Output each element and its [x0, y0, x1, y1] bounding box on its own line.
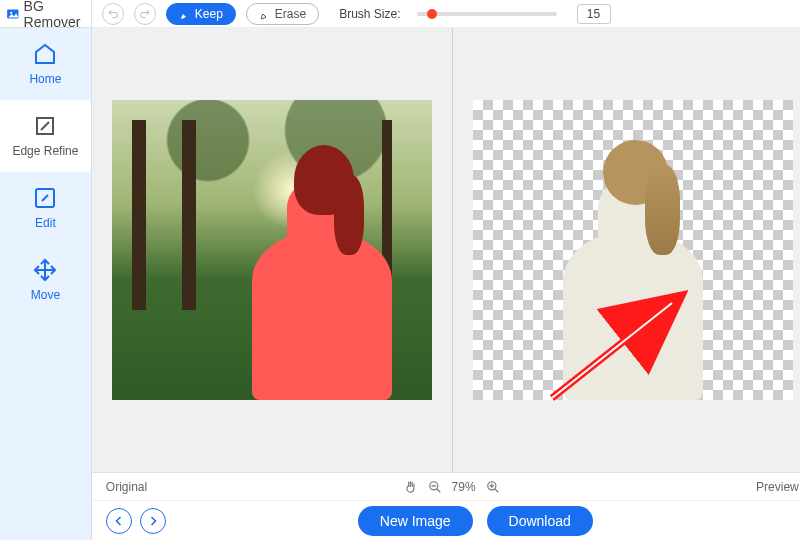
download-button[interactable]: Download — [487, 506, 593, 536]
erase-button[interactable]: Erase — [246, 3, 319, 25]
prev-image-button[interactable] — [106, 508, 132, 534]
svg-point-1 — [10, 11, 12, 13]
brush-size-value[interactable]: 15 — [577, 4, 611, 24]
redo-button[interactable] — [134, 3, 156, 25]
original-image — [112, 100, 432, 400]
cutout-subject — [563, 160, 703, 400]
undo-button[interactable] — [102, 3, 124, 25]
sidebar-item-edit[interactable]: Edit — [0, 172, 91, 244]
edit-icon — [33, 186, 57, 210]
new-image-button[interactable]: New Image — [358, 506, 473, 536]
redo-icon — [139, 8, 151, 20]
next-image-button[interactable] — [140, 508, 166, 534]
zoom-in-icon[interactable] — [486, 480, 500, 494]
brush-size-slider[interactable] — [417, 12, 557, 16]
toolbar: Keep Erase Brush Size: 15 — [92, 0, 800, 28]
original-pane[interactable] — [92, 28, 452, 472]
chevron-left-icon — [113, 515, 125, 527]
sidebar-item-move[interactable]: Move — [0, 244, 91, 316]
sidebar-item-edge-refine[interactable]: Edge Refine — [0, 100, 91, 172]
erase-icon — [259, 8, 271, 20]
sidebar-item-home[interactable]: Home — [0, 28, 91, 100]
brush-size-label: Brush Size: — [339, 7, 400, 21]
bottom-bar: New Image Download — [92, 500, 800, 540]
pan-icon[interactable] — [404, 480, 418, 494]
preview-label: Preview — [756, 480, 799, 494]
preview-image — [473, 100, 793, 400]
zoom-value: 79% — [452, 480, 476, 494]
status-bar: Original 79% Preview — [92, 472, 800, 500]
home-icon — [33, 42, 57, 66]
zoom-out-icon[interactable] — [428, 480, 442, 494]
keep-button[interactable]: Keep — [166, 3, 236, 25]
undo-icon — [107, 8, 119, 20]
app-title: BG Remover — [0, 0, 91, 28]
sidebar-item-label: Move — [31, 288, 60, 302]
sidebar-item-label: Home — [29, 72, 61, 86]
logo-icon — [6, 5, 20, 23]
move-icon — [33, 258, 57, 282]
sidebar-item-label: Edge Refine — [12, 144, 78, 158]
original-label: Original — [106, 480, 147, 494]
canvas-area — [92, 28, 800, 472]
slider-thumb[interactable] — [427, 9, 437, 19]
brush-keep-icon — [179, 8, 191, 20]
edge-refine-icon — [33, 114, 57, 138]
chevron-right-icon — [147, 515, 159, 527]
preview-pane[interactable] — [452, 28, 800, 472]
subject-mask-overlay — [252, 160, 392, 400]
sidebar-item-label: Edit — [35, 216, 56, 230]
